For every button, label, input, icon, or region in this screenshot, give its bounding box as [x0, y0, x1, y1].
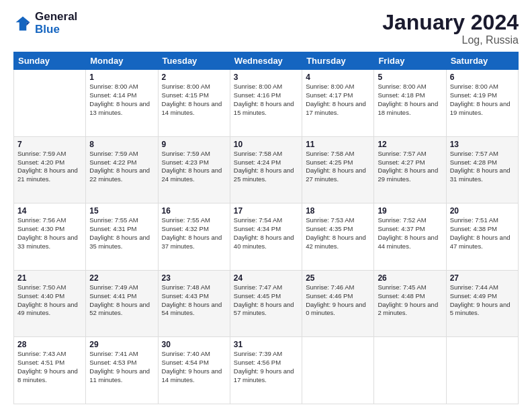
calendar-cell: 3Sunrise: 8:00 AM Sunset: 4:16 PM Daylig…: [230, 70, 302, 137]
col-header-saturday: Saturday: [446, 52, 518, 70]
day-info: Sunrise: 7:58 AM Sunset: 4:24 PM Dayligh…: [234, 150, 298, 184]
day-number: 20: [450, 206, 515, 216]
day-info: Sunrise: 7:44 AM Sunset: 4:49 PM Dayligh…: [450, 283, 515, 318]
day-number: 25: [306, 273, 370, 283]
calendar-cell: 9Sunrise: 7:59 AM Sunset: 4:23 PM Daylig…: [158, 136, 230, 203]
calendar-cell: 1Sunrise: 8:00 AM Sunset: 4:14 PM Daylig…: [86, 70, 158, 137]
col-header-friday: Friday: [374, 52, 446, 70]
calendar-cell: [446, 337, 518, 404]
calendar-cell: [374, 337, 446, 404]
day-info: Sunrise: 8:00 AM Sunset: 4:19 PM Dayligh…: [450, 83, 515, 117]
col-header-thursday: Thursday: [302, 52, 374, 70]
day-number: 31: [234, 340, 298, 349]
day-info: Sunrise: 8:00 AM Sunset: 4:16 PM Dayligh…: [234, 83, 298, 117]
calendar-cell: 20Sunrise: 7:51 AM Sunset: 4:38 PM Dayli…: [446, 203, 518, 271]
day-number: 22: [89, 273, 154, 283]
calendar-cell: 21Sunrise: 7:50 AM Sunset: 4:40 PM Dayli…: [14, 270, 86, 337]
day-number: 23: [162, 273, 226, 283]
calendar-cell: 23Sunrise: 7:48 AM Sunset: 4:43 PM Dayli…: [158, 270, 230, 337]
calendar-cell: 25Sunrise: 7:46 AM Sunset: 4:46 PM Dayli…: [302, 270, 374, 337]
calendar-cell: 30Sunrise: 7:40 AM Sunset: 4:54 PM Dayli…: [158, 337, 230, 404]
day-info: Sunrise: 7:50 AM Sunset: 4:40 PM Dayligh…: [17, 283, 82, 318]
day-info: Sunrise: 7:49 AM Sunset: 4:41 PM Dayligh…: [89, 283, 154, 318]
calendar-cell: 10Sunrise: 7:58 AM Sunset: 4:24 PM Dayli…: [230, 136, 302, 203]
day-info: Sunrise: 7:54 AM Sunset: 4:34 PM Dayligh…: [234, 216, 298, 250]
calendar-cell: 15Sunrise: 7:55 AM Sunset: 4:31 PM Dayli…: [86, 203, 158, 271]
month-title: January 2024: [382, 11, 519, 34]
calendar-cell: 29Sunrise: 7:41 AM Sunset: 4:53 PM Dayli…: [86, 337, 158, 404]
day-info: Sunrise: 7:55 AM Sunset: 4:32 PM Dayligh…: [162, 216, 226, 250]
calendar-cell: 2Sunrise: 8:00 AM Sunset: 4:15 PM Daylig…: [158, 70, 230, 137]
calendar-cell: 18Sunrise: 7:53 AM Sunset: 4:35 PM Dayli…: [302, 203, 374, 271]
calendar-cell: 8Sunrise: 7:59 AM Sunset: 4:22 PM Daylig…: [86, 136, 158, 203]
calendar-cell: 16Sunrise: 7:55 AM Sunset: 4:32 PM Dayli…: [158, 203, 230, 271]
day-info: Sunrise: 7:57 AM Sunset: 4:28 PM Dayligh…: [450, 150, 515, 184]
day-info: Sunrise: 7:41 AM Sunset: 4:53 PM Dayligh…: [89, 350, 154, 384]
col-header-sunday: Sunday: [14, 52, 86, 70]
day-number: 12: [378, 140, 442, 149]
calendar-cell: 5Sunrise: 8:00 AM Sunset: 4:18 PM Daylig…: [374, 70, 446, 137]
col-header-tuesday: Tuesday: [158, 52, 230, 70]
col-header-wednesday: Wednesday: [230, 52, 302, 70]
day-number: 11: [306, 140, 370, 149]
day-info: Sunrise: 8:00 AM Sunset: 4:15 PM Dayligh…: [162, 83, 226, 117]
day-info: Sunrise: 7:56 AM Sunset: 4:30 PM Dayligh…: [17, 216, 82, 250]
calendar-cell: 6Sunrise: 8:00 AM Sunset: 4:19 PM Daylig…: [446, 70, 518, 137]
day-number: 18: [306, 206, 370, 216]
day-info: Sunrise: 8:00 AM Sunset: 4:17 PM Dayligh…: [306, 83, 370, 117]
calendar-cell: 11Sunrise: 7:58 AM Sunset: 4:25 PM Dayli…: [302, 136, 374, 203]
svg-marker-1: [26, 22, 30, 26]
day-info: Sunrise: 8:00 AM Sunset: 4:14 PM Dayligh…: [89, 83, 154, 117]
day-info: Sunrise: 8:00 AM Sunset: 4:18 PM Dayligh…: [378, 83, 442, 117]
day-number: 30: [162, 340, 226, 349]
day-number: 27: [450, 273, 515, 283]
calendar-cell: 14Sunrise: 7:56 AM Sunset: 4:30 PM Dayli…: [14, 203, 86, 271]
calendar-cell: 26Sunrise: 7:45 AM Sunset: 4:48 PM Dayli…: [374, 270, 446, 337]
calendar-cell: 22Sunrise: 7:49 AM Sunset: 4:41 PM Dayli…: [86, 270, 158, 337]
logo-icon: [13, 14, 32, 33]
day-info: Sunrise: 7:48 AM Sunset: 4:43 PM Dayligh…: [162, 283, 226, 318]
day-number: 4: [306, 73, 370, 82]
day-info: Sunrise: 7:55 AM Sunset: 4:31 PM Dayligh…: [89, 216, 154, 250]
day-number: 6: [450, 73, 515, 82]
calendar-cell: 7Sunrise: 7:59 AM Sunset: 4:20 PM Daylig…: [14, 136, 86, 203]
day-info: Sunrise: 7:39 AM Sunset: 4:56 PM Dayligh…: [234, 350, 298, 384]
calendar-cell: 27Sunrise: 7:44 AM Sunset: 4:49 PM Dayli…: [446, 270, 518, 337]
day-info: Sunrise: 7:59 AM Sunset: 4:20 PM Dayligh…: [17, 150, 82, 184]
calendar-cell: [302, 337, 374, 404]
day-info: Sunrise: 7:47 AM Sunset: 4:45 PM Dayligh…: [234, 283, 298, 318]
day-info: Sunrise: 7:59 AM Sunset: 4:23 PM Dayligh…: [162, 150, 226, 184]
calendar-cell: 12Sunrise: 7:57 AM Sunset: 4:27 PM Dayli…: [374, 136, 446, 203]
day-number: 2: [162, 73, 226, 82]
logo-text: General Blue: [35, 11, 77, 36]
day-number: 13: [450, 140, 515, 149]
day-number: 29: [89, 340, 154, 349]
day-number: 14: [17, 206, 82, 216]
calendar-cell: 24Sunrise: 7:47 AM Sunset: 4:45 PM Dayli…: [230, 270, 302, 337]
calendar-cell: 13Sunrise: 7:57 AM Sunset: 4:28 PM Dayli…: [446, 136, 518, 203]
day-number: 5: [378, 73, 442, 82]
calendar-cell: 17Sunrise: 7:54 AM Sunset: 4:34 PM Dayli…: [230, 203, 302, 271]
page: General Blue January 2024 Log, Russia Su…: [0, 0, 532, 411]
title-area: January 2024 Log, Russia: [382, 11, 519, 46]
day-info: Sunrise: 7:43 AM Sunset: 4:51 PM Dayligh…: [17, 350, 82, 384]
day-info: Sunrise: 7:58 AM Sunset: 4:25 PM Dayligh…: [306, 150, 370, 184]
day-number: 16: [162, 206, 226, 216]
day-number: 17: [234, 206, 298, 216]
day-number: 15: [89, 206, 154, 216]
location: Log, Russia: [382, 34, 519, 46]
calendar-cell: [14, 70, 86, 137]
day-number: 28: [17, 340, 82, 349]
day-info: Sunrise: 7:53 AM Sunset: 4:35 PM Dayligh…: [306, 216, 370, 250]
day-info: Sunrise: 7:59 AM Sunset: 4:22 PM Dayligh…: [89, 150, 154, 184]
day-info: Sunrise: 7:40 AM Sunset: 4:54 PM Dayligh…: [162, 350, 226, 384]
calendar-cell: 31Sunrise: 7:39 AM Sunset: 4:56 PM Dayli…: [230, 337, 302, 404]
day-info: Sunrise: 7:46 AM Sunset: 4:46 PM Dayligh…: [306, 283, 370, 318]
logo: General Blue: [13, 11, 77, 36]
day-number: 24: [234, 273, 298, 283]
day-number: 8: [89, 140, 154, 149]
day-info: Sunrise: 7:51 AM Sunset: 4:38 PM Dayligh…: [450, 216, 515, 250]
calendar: SundayMondayTuesdayWednesdayThursdayFrid…: [13, 52, 519, 404]
day-number: 1: [89, 73, 154, 82]
day-number: 7: [17, 140, 82, 149]
